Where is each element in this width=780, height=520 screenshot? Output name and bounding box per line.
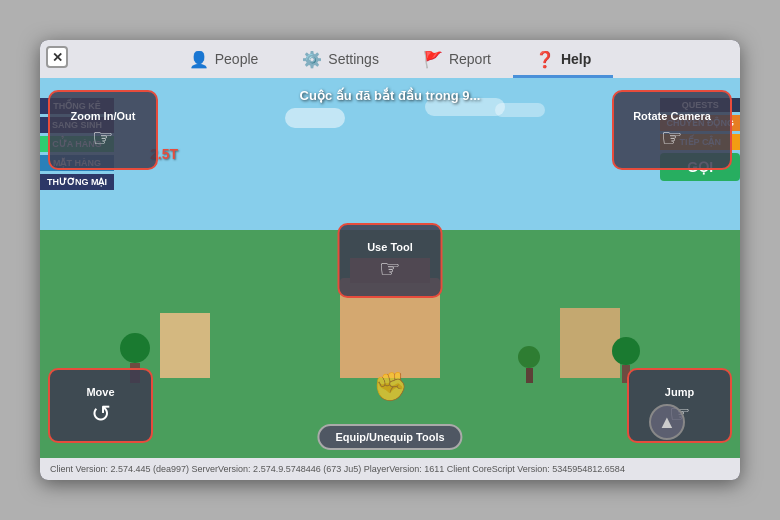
tree	[518, 346, 540, 383]
app-window: ✕ 👤 People ⚙️ Settings 🚩 Report ❓ Help	[40, 40, 740, 480]
report-icon: 🚩	[423, 50, 443, 69]
use-tool-icon: ☞	[379, 257, 401, 281]
use-tool-label: Use Tool	[367, 241, 413, 253]
status-bar: Client Version: 2.574.445 (dea997) Serve…	[40, 458, 740, 480]
zoom-icon: ☞	[92, 126, 114, 150]
people-icon: 👤	[189, 50, 209, 69]
rotate-icon: ☞	[661, 126, 683, 150]
tab-people[interactable]: 👤 People	[167, 40, 281, 78]
building-right	[560, 308, 620, 378]
move-label: Move	[86, 386, 114, 398]
jump-label: Jump	[665, 386, 694, 398]
top-navigation: 👤 People ⚙️ Settings 🚩 Report ❓ Help	[40, 40, 740, 78]
move-icon: ↺	[91, 402, 111, 426]
move-button[interactable]: Move ↺	[48, 368, 153, 443]
building-left	[160, 313, 210, 378]
joystick-button[interactable]: ▲	[649, 404, 685, 440]
settings-icon: ⚙️	[302, 50, 322, 69]
help-icon: ❓	[535, 50, 555, 69]
equip-button[interactable]: Equip/Unequip Tools	[317, 424, 462, 450]
use-tool-button[interactable]: Use Tool ☞	[338, 223, 443, 298]
zoom-label: Zoom In/Out	[71, 110, 136, 122]
rotate-camera-button[interactable]: Rotate Camera ☞	[612, 90, 732, 170]
status-text: Client Version: 2.574.445 (dea997) Serve…	[50, 464, 625, 474]
game-viewport: Cuộc ấu đã bắt đầu trong 9... 2.5T THỐNG…	[40, 78, 740, 458]
tab-settings[interactable]: ⚙️ Settings	[280, 40, 401, 78]
zoom-button[interactable]: Zoom In/Out ☞	[48, 90, 158, 170]
sidebar-item-thuong-mai[interactable]: THƯƠNG MẠI	[40, 174, 114, 190]
cloud	[285, 108, 345, 128]
character-sprite: ✊	[373, 370, 408, 403]
rotate-label: Rotate Camera	[633, 110, 711, 122]
close-button[interactable]: ✕	[46, 46, 68, 68]
tab-help[interactable]: ❓ Help	[513, 40, 613, 78]
cloud	[495, 103, 545, 117]
close-icon: ✕	[52, 50, 63, 65]
tab-report[interactable]: 🚩 Report	[401, 40, 513, 78]
game-notice-text: Cuộc ấu đã bắt đầu trong 9...	[300, 88, 481, 103]
tab-help-label: Help	[561, 51, 591, 67]
joystick-icon: ▲	[658, 412, 676, 433]
tab-settings-label: Settings	[328, 51, 379, 67]
tab-report-label: Report	[449, 51, 491, 67]
tab-people-label: People	[215, 51, 259, 67]
